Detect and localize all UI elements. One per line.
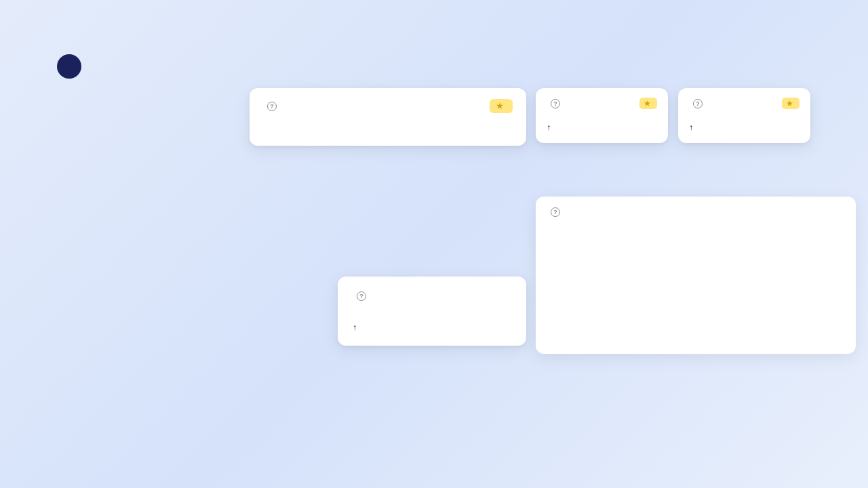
- top-locations-title: ?: [263, 102, 277, 111]
- top-locations-card: ? ★: [250, 88, 526, 146]
- interactions-card: ? ↑: [338, 277, 526, 346]
- activity-line-chart: [547, 220, 853, 331]
- interactions-delta: ↑: [353, 323, 511, 332]
- arrow-up-icon: ↑: [547, 123, 551, 132]
- help-icon[interactable]: ?: [551, 99, 560, 108]
- help-icon[interactable]: ?: [267, 102, 277, 111]
- consent-rate-card: ? ★ ↑: [536, 88, 668, 143]
- star-icon: ★: [787, 100, 793, 107]
- star-icon: ★: [496, 102, 503, 110]
- traffic-optin-card: ? ★ ↑: [678, 88, 810, 143]
- activity-chart-title: ?: [547, 207, 853, 217]
- legend-rejected: [599, 336, 612, 344]
- premium-feature-badge[interactable]: ★: [490, 99, 513, 113]
- premium-badge[interactable]: ★: [639, 98, 657, 109]
- brand-logo: [57, 54, 84, 79]
- activity-chart-card: ?: [536, 197, 856, 354]
- premium-badge[interactable]: ★: [782, 98, 800, 109]
- arrow-up-icon: ↑: [353, 323, 357, 332]
- brand-mark-icon: [57, 54, 81, 79]
- help-icon[interactable]: ?: [693, 99, 703, 108]
- chart-legend: [547, 331, 853, 344]
- arrow-up-icon: ↑: [689, 123, 693, 132]
- consent-rate-delta: ↑: [547, 123, 657, 132]
- traffic-optin-delta: ↑: [689, 123, 800, 132]
- legend-total: [551, 336, 563, 344]
- help-icon[interactable]: ?: [357, 291, 366, 301]
- legend-accepted: [575, 336, 587, 344]
- help-icon[interactable]: ?: [551, 207, 560, 217]
- consent-rate-title: ?: [547, 99, 560, 108]
- star-icon: ★: [644, 100, 650, 107]
- interactions-title: ?: [353, 291, 511, 301]
- traffic-optin-title: ?: [689, 99, 703, 108]
